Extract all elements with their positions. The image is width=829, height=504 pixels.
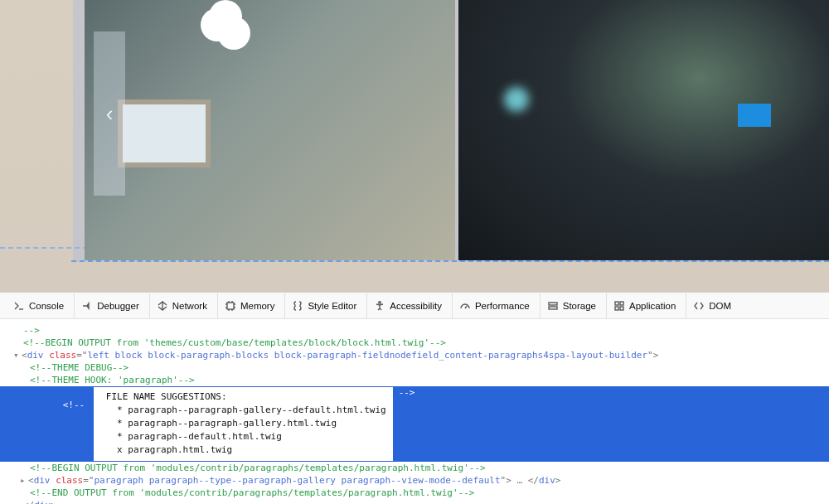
accessibility-icon — [374, 300, 385, 312]
tab-application[interactable]: Application — [606, 292, 682, 319]
tab-label: Style Editor — [308, 301, 356, 311]
file-name-suggestions-tooltip: FILE NAME SUGGESTIONS: * paragraph--para… — [93, 386, 393, 462]
tab-label: Console — [29, 301, 64, 311]
markup-pane[interactable]: --> <!--BEGIN OUTPUT from 'themes/custom… — [0, 319, 829, 504]
selected-node[interactable]: <!-- FILE NAME SUGGESTIONS: * paragraph-… — [0, 386, 829, 462]
tab-dom[interactable]: DOM — [686, 292, 738, 319]
element-close-div[interactable]: </div> — [0, 499, 829, 504]
gallery-image-1[interactable] — [85, 0, 455, 260]
gallery-image-2[interactable] — [458, 0, 829, 260]
tab-label: Memory — [240, 301, 275, 311]
svg-rect-5 — [620, 302, 623, 305]
tab-style-editor[interactable]: Style Editor — [284, 292, 363, 319]
svg-rect-2 — [549, 303, 557, 305]
page-preview: ‹ — [0, 0, 829, 292]
dom-icon — [693, 300, 705, 312]
svg-rect-4 — [615, 302, 618, 305]
comment-line[interactable]: <!--END OUTPUT from 'modules/contrib/par… — [0, 487, 829, 499]
storage-icon — [547, 300, 559, 312]
element-div[interactable]: ▾<div class="left block block-paragraph-… — [0, 349, 829, 361]
svg-rect-6 — [615, 307, 618, 310]
tab-label: Storage — [563, 301, 596, 311]
comment-line[interactable]: <!--THEME DEBUG--> — [0, 361, 829, 374]
tooltip-item: * paragraph--paragraph-gallery--default.… — [100, 404, 385, 417]
svg-rect-7 — [620, 307, 623, 310]
tab-storage[interactable]: Storage — [540, 292, 603, 319]
tab-memory[interactable]: Memory — [217, 292, 282, 319]
chevron-left-icon: ‹ — [106, 101, 114, 127]
tab-label: Accessibility — [390, 301, 442, 311]
tab-label: DOM — [709, 301, 731, 311]
tab-accessibility[interactable]: Accessibility — [366, 292, 448, 319]
tab-label: Network — [172, 301, 207, 311]
tab-label: Application — [629, 301, 676, 311]
svg-point-1 — [379, 301, 381, 303]
comment-line[interactable]: <!--THEME HOOK: 'paragraph'--> — [0, 374, 829, 386]
comment-line[interactable]: --> — [0, 324, 829, 337]
tab-label: Debugger — [97, 301, 139, 311]
twisty-expanded-icon[interactable]: ▾ — [13, 349, 22, 361]
svg-rect-3 — [549, 307, 557, 309]
twisty-collapsed-icon[interactable]: ▸ — [20, 474, 28, 487]
network-icon — [157, 300, 168, 312]
element-div[interactable]: ▸<div class="paragraph paragraph--type--… — [0, 474, 829, 487]
svg-rect-0 — [227, 303, 234, 309]
image-gallery — [85, 0, 829, 260]
tab-debugger[interactable]: Debugger — [74, 292, 146, 319]
comment-line[interactable]: <!--BEGIN OUTPUT from 'themes/custom/bas… — [0, 337, 829, 349]
tab-label: Performance — [475, 301, 530, 311]
console-icon — [13, 300, 25, 312]
devtools-tabs: Console Debugger Network Memory Style Ed… — [0, 292, 829, 319]
performance-icon — [459, 300, 471, 312]
tooltip-item: * paragraph--default.html.twig — [100, 430, 385, 443]
comment-line[interactable]: <!--BEGIN OUTPUT from 'modules/contrib/p… — [0, 462, 829, 474]
tooltip-heading: FILE NAME SUGGESTIONS: — [100, 390, 385, 404]
memory-icon — [225, 300, 236, 312]
tab-network[interactable]: Network — [149, 292, 214, 319]
application-icon — [613, 300, 625, 312]
tooltip-item: * paragraph--paragraph-gallery.html.twig — [100, 417, 385, 430]
tab-console[interactable]: Console — [7, 292, 70, 319]
debugger-icon — [81, 300, 93, 312]
style-editor-icon — [292, 300, 303, 312]
tab-performance[interactable]: Performance — [452, 292, 536, 319]
carousel-prev-button[interactable]: ‹ — [94, 32, 125, 196]
tooltip-item: x paragraph.html.twig — [100, 443, 385, 457]
